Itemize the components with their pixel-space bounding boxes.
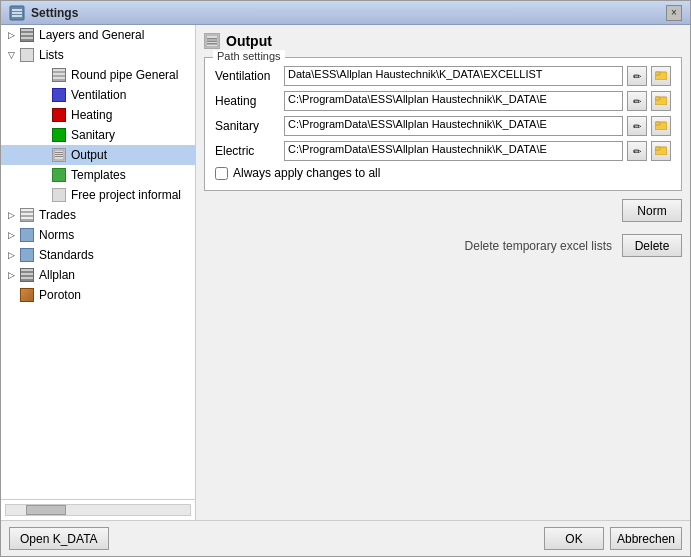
templates-icon: [51, 167, 67, 183]
sidebar-scrollbar[interactable]: [1, 499, 195, 520]
sidebar-item-heating[interactable]: Heating: [1, 105, 195, 125]
sidebar-item-poroton[interactable]: Poroton: [1, 285, 195, 305]
expander-layers: ▷: [3, 27, 19, 43]
sanitary-path-input[interactable]: C:\ProgramData\ESS\Allplan Haustechnik\K…: [284, 116, 623, 136]
folder-icon-3: [655, 120, 667, 132]
path-row-heating: Heating C:\ProgramData\ESS\Allplan Haust…: [215, 91, 671, 111]
electric-folder-button[interactable]: [651, 141, 671, 161]
sidebar-item-free-project[interactable]: Free project informal: [1, 185, 195, 205]
sidebar-item-allplan[interactable]: ▷ Allplan: [1, 265, 195, 285]
sidebar-label-free-project: Free project informal: [71, 188, 181, 202]
sidebar-label-templates: Templates: [71, 168, 126, 182]
electric-edit-button[interactable]: ✏: [627, 141, 647, 161]
scroll-track[interactable]: [5, 504, 191, 516]
sanitary-folder-button[interactable]: [651, 116, 671, 136]
ventilation-label: Ventilation: [215, 69, 280, 83]
sidebar-label-layers-general: Layers and General: [39, 28, 144, 42]
window-footer: Open K_DATA OK Abbrechen: [1, 520, 690, 556]
sidebar-label-lists: Lists: [39, 48, 64, 62]
pencil-icon: ✏: [633, 71, 641, 82]
heating-edit-button[interactable]: ✏: [627, 91, 647, 111]
svg-rect-10: [207, 41, 217, 43]
path-row-ventilation: Ventilation Data\ESS\Allplan Haustechnik…: [215, 66, 671, 86]
sidebar-label-ventilation: Ventilation: [71, 88, 126, 102]
path-row-sanitary: Sanitary C:\ProgramData\ESS\Allplan Haus…: [215, 116, 671, 136]
always-apply-checkbox[interactable]: [215, 167, 228, 180]
sidebar-item-standards[interactable]: ▷ Standards: [1, 245, 195, 265]
expander-standards: ▷: [3, 247, 19, 263]
expander-free-project: [35, 187, 51, 203]
close-button[interactable]: ×: [666, 5, 682, 21]
expander-sanitary: [35, 127, 51, 143]
panel-header: Output: [204, 33, 682, 49]
heating-icon: [51, 107, 67, 123]
heating-folder-button[interactable]: [651, 91, 671, 111]
ventilation-edit-button[interactable]: ✏: [627, 66, 647, 86]
scroll-thumb[interactable]: [26, 505, 66, 515]
lists-icon: [19, 47, 35, 63]
sidebar-item-trades[interactable]: ▷ Trades: [1, 205, 195, 225]
pipe-icon: [51, 67, 67, 83]
sidebar-item-output[interactable]: Output: [1, 145, 195, 165]
expander-norms: ▷: [3, 227, 19, 243]
svg-rect-17: [655, 122, 660, 125]
sanitary-edit-button[interactable]: ✏: [627, 116, 647, 136]
expander-ventilation: [35, 87, 51, 103]
sanitary-icon: [51, 127, 67, 143]
svg-rect-3: [12, 15, 22, 17]
trades-icon: [19, 207, 35, 223]
pencil-icon-2: ✏: [633, 96, 641, 107]
ventilation-path-input[interactable]: Data\ESS\Allplan Haustechnik\K_DATA\EXCE…: [284, 66, 623, 86]
delete-temp-label: Delete temporary excel lists: [465, 239, 612, 253]
always-apply-label: Always apply changes to all: [233, 166, 380, 180]
path-row-electric: Electric C:\ProgramData\ESS\Allplan Haus…: [215, 141, 671, 161]
window-icon: [9, 5, 25, 21]
svg-rect-5: [55, 152, 63, 153]
ventilation-icon: [51, 87, 67, 103]
sidebar-label-round-pipe: Round pipe General: [71, 68, 178, 82]
checkbox-row: Always apply changes to all: [215, 166, 671, 180]
open-kdata-button[interactable]: Open K_DATA: [9, 527, 109, 550]
expander-poroton: [3, 287, 19, 303]
cancel-button[interactable]: Abbrechen: [610, 527, 682, 550]
sidebar-label-heating: Heating: [71, 108, 112, 122]
folder-icon-2: [655, 95, 667, 107]
sidebar-item-sanitary[interactable]: Sanitary: [1, 125, 195, 145]
sidebar-item-round-pipe-general[interactable]: Round pipe General: [1, 65, 195, 85]
standards-icon: [19, 247, 35, 263]
settings-window: Settings × ▷ Layers and General ▽ Lists: [0, 0, 691, 557]
expander-lists: ▽: [3, 47, 19, 63]
delete-button[interactable]: Delete: [622, 234, 682, 257]
window-title: Settings: [31, 6, 78, 20]
panel-header-icon: [204, 33, 220, 49]
folder-icon: [655, 70, 667, 82]
sidebar-item-ventilation[interactable]: Ventilation: [1, 85, 195, 105]
norm-button-row: Norm: [204, 199, 682, 222]
norm-button[interactable]: Norm: [622, 199, 682, 222]
electric-path-input[interactable]: C:\ProgramData\ESS\Allplan Haustechnik\K…: [284, 141, 623, 161]
sidebar-label-standards: Standards: [39, 248, 94, 262]
ok-button[interactable]: OK: [544, 527, 604, 550]
sidebar-item-templates[interactable]: Templates: [1, 165, 195, 185]
allplan-icon: [19, 267, 35, 283]
svg-rect-19: [655, 147, 660, 150]
sidebar-item-layers-general[interactable]: ▷ Layers and General: [1, 25, 195, 45]
layers-icon: [19, 27, 35, 43]
sidebar-item-lists[interactable]: ▽ Lists: [1, 45, 195, 65]
title-bar-left: Settings: [9, 5, 78, 21]
main-content: ▷ Layers and General ▽ Lists: [1, 25, 690, 520]
pencil-icon-4: ✏: [633, 146, 641, 157]
svg-rect-11: [207, 43, 217, 45]
heating-path-input[interactable]: C:\ProgramData\ESS\Allplan Haustechnik\K…: [284, 91, 623, 111]
sidebar-item-norms[interactable]: ▷ Norms: [1, 225, 195, 245]
ventilation-folder-button[interactable]: [651, 66, 671, 86]
svg-rect-13: [655, 72, 660, 75]
expander-round-pipe: [35, 67, 51, 83]
sanitary-label: Sanitary: [215, 119, 280, 133]
path-settings-group: Path settings Ventilation Data\ESS\Allpl…: [204, 57, 682, 191]
svg-rect-7: [55, 156, 63, 157]
svg-rect-1: [12, 9, 22, 11]
svg-rect-6: [55, 154, 63, 155]
svg-rect-2: [12, 12, 22, 14]
output-icon: [51, 147, 67, 163]
